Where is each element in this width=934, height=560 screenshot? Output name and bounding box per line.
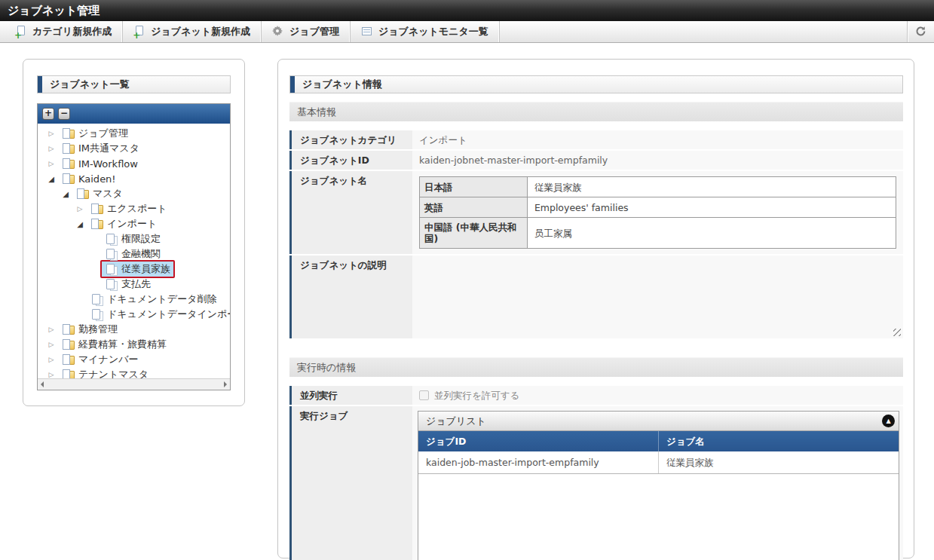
chevron-collapsed-icon[interactable]: ▷: [45, 341, 57, 348]
scroll-left-icon[interactable]: [41, 381, 44, 387]
exec-job-label: 実行ジョブ: [289, 406, 412, 560]
tree-node[interactable]: IM-Workflow: [57, 156, 142, 172]
category-value: インポート: [412, 130, 903, 149]
basic-info-rows: ジョブネットカテゴリ インポート ジョブネットID kaiden-jobnet-…: [289, 130, 903, 338]
tree-item[interactable]: ▷ジョブ管理: [38, 126, 230, 141]
jobnet-id-label: ジョブネットID: [289, 151, 412, 170]
toolbar-button-label: ジョブネット新規作成: [151, 25, 250, 38]
parallel-checkbox[interactable]: [419, 390, 429, 400]
jobnet-tree: + − ▷ジョブ管理▷IM共通マスタ▷IM-Workflow◢Kaiden!◢マ…: [37, 103, 231, 390]
toolbar-button[interactable]: ジョブネットモニタ一覧: [351, 21, 500, 42]
parallel-checkbox-label: 並列実行を許可する: [434, 390, 519, 401]
jobnet-info-header: ジョブネット情報: [289, 75, 903, 93]
chevron-expanded-icon[interactable]: ◢: [60, 190, 72, 198]
jobnet-name-table-row: 中国語 (中華人民共和国)员工家属: [420, 218, 896, 249]
localized-name-value: 従業員家族: [527, 177, 896, 197]
chevron-collapsed-icon[interactable]: ▷: [45, 130, 57, 137]
exec-job-row: 実行ジョブ ジョブリスト ▲ ジョブIDジョブ名 kaiden-job-mast…: [289, 406, 903, 560]
exec-job-value: ジョブリスト ▲ ジョブIDジョブ名 kaiden-job-master-imp…: [412, 406, 903, 560]
chevron-collapsed-icon[interactable]: ▷: [45, 371, 57, 378]
job-table-row[interactable]: kaiden-job-master-import-empfamily従業員家族: [418, 451, 899, 474]
folder-icon: [62, 158, 75, 170]
toolbar-button-label: ジョブ管理: [289, 25, 339, 38]
tree-item[interactable]: ◢マスタ: [38, 186, 230, 201]
description-textarea[interactable]: [412, 256, 903, 338]
language-label: 英語: [420, 197, 528, 218]
tree-item-label: IM共通マスタ: [78, 142, 139, 155]
section-runtime-info: 実行時の情報: [289, 357, 903, 377]
tree-item-label: ドキュメントデータインポート: [107, 308, 230, 321]
tree-item[interactable]: ▷IM共通マスタ: [38, 141, 230, 156]
tree-item-label: ジョブ管理: [78, 127, 128, 140]
tree-item[interactable]: ドキュメントデータインポート: [38, 307, 230, 322]
tree-horizontal-scrollbar[interactable]: [38, 378, 230, 390]
tree-item[interactable]: ▷マイナンバー: [38, 352, 230, 367]
localized-name-value: 员工家属: [527, 218, 896, 249]
chevron-collapsed-icon[interactable]: ▷: [74, 205, 86, 213]
tree-item-label: 経費精算・旅費精算: [78, 338, 167, 351]
right-panel: ジョブネット情報 基本情報 ジョブネットカテゴリ インポート ジョブネットID …: [277, 59, 914, 558]
header-accent-bar: [38, 76, 42, 93]
job-table-cell: 従業員家族: [659, 451, 899, 474]
tree-node[interactable]: IM共通マスタ: [57, 139, 144, 158]
tree-item[interactable]: ◢インポート: [38, 216, 230, 231]
tree-item[interactable]: 金融機関: [38, 246, 230, 262]
folder-icon: [62, 339, 75, 350]
joblist-header: ジョブリスト ▲: [418, 412, 899, 431]
tree-item-label: 従業員家族: [121, 262, 170, 276]
folder-icon: [90, 203, 104, 215]
folder-icon: [62, 128, 75, 139]
tree-item[interactable]: ▷勤務管理: [38, 322, 230, 337]
tree-item[interactable]: ドキュメントデータ削除: [38, 292, 230, 307]
chevron-collapsed-icon[interactable]: ▷: [45, 356, 57, 363]
tree-item[interactable]: ◢Kaiden!: [38, 171, 230, 186]
resize-handle-icon[interactable]: [893, 329, 901, 336]
doc-add-icon: +: [15, 26, 27, 38]
tree-item-label: エクスポート: [107, 202, 167, 216]
tree-item-label: 勤務管理: [78, 323, 118, 336]
jobnet-name-label: ジョブネット名: [289, 171, 412, 254]
chevron-expanded-icon[interactable]: ◢: [45, 175, 57, 183]
tree-item[interactable]: 権限設定: [38, 231, 230, 246]
tree-item[interactable]: 従業員家族: [38, 262, 230, 277]
chevron-expanded-icon[interactable]: ◢: [74, 220, 86, 228]
toolbar-button[interactable]: +ジョブネット新規作成: [123, 21, 262, 42]
tree-item[interactable]: ▷経費精算・旅費精算: [38, 337, 230, 352]
gear-icon: [272, 26, 284, 38]
collapse-all-button[interactable]: −: [58, 108, 70, 120]
chevron-collapsed-icon[interactable]: ▷: [45, 326, 57, 333]
folder-icon: [62, 173, 75, 185]
tree-node[interactable]: テナントマスタ: [57, 366, 153, 378]
toolbar-button[interactable]: +カテゴリ新規作成: [5, 21, 123, 42]
job-table-body: kaiden-job-master-import-empfamily従業員家族: [418, 451, 899, 474]
chevron-collapsed-icon[interactable]: ▷: [45, 160, 57, 167]
language-label: 中国語 (中華人民共和国): [420, 218, 528, 249]
scroll-right-icon[interactable]: [224, 381, 227, 387]
job-table-header-cell: ジョブID: [418, 431, 659, 451]
document-icon: [90, 294, 104, 305]
refresh-button[interactable]: [907, 21, 934, 42]
folder-icon: [62, 354, 75, 366]
tree-item[interactable]: ▷IM-Workflow: [38, 156, 230, 171]
description-value: [412, 256, 903, 338]
left-panel: ジョブネット一覧 + − ▷ジョブ管理▷IM共通マスタ▷IM-Workflow◢…: [23, 59, 245, 406]
collapse-toggle-button[interactable]: ▲: [882, 415, 895, 427]
joblist-title: ジョブリスト: [426, 415, 486, 427]
page-title: ジョブネット管理: [8, 4, 100, 17]
chevron-collapsed-icon[interactable]: ▷: [45, 145, 57, 152]
list-icon: [361, 26, 373, 38]
tree-items: ▷ジョブ管理▷IM共通マスタ▷IM-Workflow◢Kaiden!◢マスタ▷エ…: [38, 124, 230, 378]
category-label: ジョブネットカテゴリ: [289, 130, 412, 149]
localized-name-value: Employees' families: [527, 197, 896, 218]
tree-item-label: 権限設定: [121, 232, 161, 246]
tree-item[interactable]: ▷テナントマスタ: [38, 367, 230, 378]
tree-item[interactable]: 支払先: [38, 277, 230, 292]
expand-all-button[interactable]: +: [42, 108, 54, 120]
tree-item[interactable]: ▷エクスポート: [38, 201, 230, 216]
jobnet-list-title: ジョブネット一覧: [50, 78, 130, 91]
jobnet-name-table-row: 日本語従業員家族: [420, 177, 896, 197]
document-icon: [90, 309, 104, 320]
parallel-row: 並列実行 並列実行を許可する: [289, 386, 903, 405]
document-icon: [105, 279, 118, 290]
toolbar-button[interactable]: ジョブ管理: [262, 21, 351, 42]
